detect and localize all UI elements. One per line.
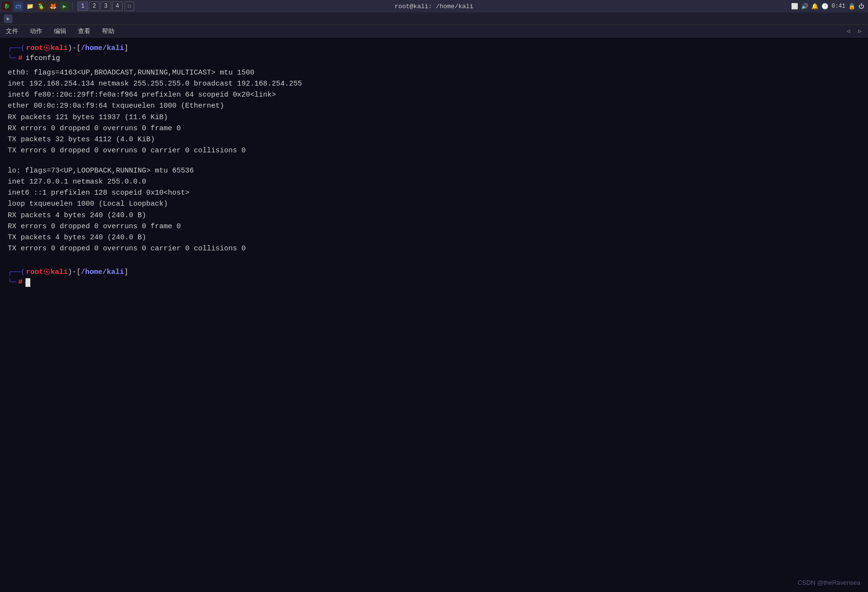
clock-icon[interactable]: 🕐 xyxy=(821,3,829,10)
terminal-icon[interactable]: ▶ xyxy=(60,1,69,11)
menubar: 文件 动作 编辑 查看 帮助 xyxy=(0,25,868,37)
prompt-host-2: kali xyxy=(50,267,68,277)
minimize-button[interactable]: ◁ xyxy=(844,26,853,35)
parrot-icon[interactable]: 🦜 xyxy=(37,1,46,11)
prompt-block-2: ┌──(root㉿kali)-[/home/kali] └─# xyxy=(8,267,860,288)
prompt-path-2: /home/kali xyxy=(81,267,124,277)
prompt-top-1: ┌──(root㉿kali)-[/home/kali] xyxy=(8,43,860,53)
prompt-input-2[interactable]: └─# xyxy=(8,277,860,288)
prompt-host-1: kali xyxy=(50,43,68,53)
eth0-line6: RX errors 0 dropped 0 overruns 0 frame 0 xyxy=(8,123,860,134)
tab-3[interactable]: 3 xyxy=(101,1,111,11)
menu-edit[interactable]: 编辑 xyxy=(52,26,68,37)
taskbar-title: root@kali: /home/kali xyxy=(395,3,474,10)
dragon-icon[interactable]: 🐉 xyxy=(2,1,12,11)
maximize-button[interactable]: ▷ xyxy=(855,26,864,35)
tab-4[interactable]: 4 xyxy=(112,1,123,11)
prompt-path-1: /home/kali xyxy=(81,43,124,53)
tab-square[interactable]: □ xyxy=(125,1,134,11)
separator1 xyxy=(72,2,73,11)
eth0-line8: TX errors 0 dropped 0 overruns 0 carrier… xyxy=(8,145,860,156)
prompt-block-1: ┌──(root㉿kali)-[/home/kali] └─#ifconfig xyxy=(8,43,860,64)
sound-icon[interactable]: 🔊 xyxy=(801,3,808,10)
menu-view[interactable]: 查看 xyxy=(76,26,92,37)
eth0-line4: ether 00:0c:29:0a:f9:64 txqueuelen 1000 … xyxy=(8,100,860,111)
prompt-user-1: root xyxy=(26,43,43,53)
menu-help[interactable]: 帮助 xyxy=(100,26,116,37)
gap2 xyxy=(8,255,860,263)
eth0-line5: RX packets 121 bytes 11937 (11.6 KiB) xyxy=(8,112,860,123)
cursor xyxy=(25,278,30,287)
prompt-hash-1: # xyxy=(18,53,23,64)
lo-output: lo: flags=73<UP,LOOPBACK,RUNNING> mtu 65… xyxy=(8,165,860,255)
tab-1[interactable]: 1 xyxy=(77,1,88,11)
time-display: 0:41 xyxy=(831,3,845,10)
terminal-window: ▶ ◁ ▷ 文件 动作 编辑 查看 帮助 ┌──(root㉿kali)-[/ho… xyxy=(0,12,868,592)
lock-icon[interactable]: 🔒 xyxy=(848,3,855,10)
eth0-line3: inet6 fe80::20c:29ff:fe0a:f964 prefixlen… xyxy=(8,89,860,100)
lo-line2: inet 127.0.0.1 netmask 255.0.0.0 xyxy=(8,176,860,187)
eth0-line1: eth0: flags=4163<UP,BROADCAST,RUNNING,MU… xyxy=(8,67,860,78)
prompt-top-2: ┌──(root㉿kali)-[/home/kali] xyxy=(8,267,860,277)
lo-line6: RX errors 0 dropped 0 overruns 0 frame 0 xyxy=(8,221,860,232)
files-icon[interactable]: 🗃 xyxy=(13,1,23,11)
csdn-watermark: CSDN @theRavensea xyxy=(798,579,860,586)
lo-line8: TX errors 0 dropped 0 overruns 0 carrier… xyxy=(8,243,860,254)
eth0-output: eth0: flags=4163<UP,BROADCAST,RUNNING,MU… xyxy=(8,67,860,157)
taskbar: 🐉 🗃 📁 🦜 🦊 ▶ 1 2 3 4 □ root@kali: /home/k… xyxy=(0,0,868,12)
menu-actions[interactable]: 动作 xyxy=(28,26,44,37)
taskbar-right: ⬜ 🔊 🔔 🕐 0:41 🔒 ⏻ xyxy=(791,3,864,10)
screen-icon[interactable]: ⬜ xyxy=(791,3,798,10)
gap1 xyxy=(8,157,860,165)
eth0-line2: inet 192.168.254.134 netmask 255.255.255… xyxy=(8,78,860,89)
window-controls: ◁ ▷ xyxy=(844,26,864,35)
bell-icon[interactable]: 🔔 xyxy=(811,3,818,10)
system-icons: ⬜ 🔊 🔔 🕐 0:41 🔒 ⏻ xyxy=(791,3,864,10)
lo-line1: lo: flags=73<UP,LOOPBACK,RUNNING> mtu 65… xyxy=(8,165,860,176)
lo-line5: RX packets 4 bytes 240 (240.0 B) xyxy=(8,210,860,221)
firefox-icon[interactable]: 🦊 xyxy=(48,1,58,11)
power-icon[interactable]: ⏻ xyxy=(858,3,864,10)
command-ifconfig: ifconfig xyxy=(25,53,60,64)
prompt-hash-2: # xyxy=(18,277,23,288)
folder-icon[interactable]: 📁 xyxy=(25,1,35,11)
tab-buttons: 1 2 3 4 xyxy=(77,1,123,11)
prompt-user-2: root xyxy=(26,267,43,277)
menu-file[interactable]: 文件 xyxy=(4,26,20,37)
lo-line7: TX packets 4 bytes 240 (240.0 B) xyxy=(8,232,860,243)
tab-2[interactable]: 2 xyxy=(89,1,100,11)
lo-line4: loop txqueuelen 1000 (Local Loopback) xyxy=(8,198,860,210)
terminal-content[interactable]: ┌──(root㉿kali)-[/home/kali] └─#ifconfig … xyxy=(0,37,868,592)
prompt-cmd-1: └─#ifconfig xyxy=(8,53,860,64)
window-titlebar: ▶ xyxy=(0,12,868,25)
window-app-icon: ▶ xyxy=(4,14,13,23)
eth0-line7: TX packets 32 bytes 4112 (4.0 KiB) xyxy=(8,134,860,145)
lo-line3: inet6 ::1 prefixlen 128 scopeid 0x10<hos… xyxy=(8,187,860,198)
